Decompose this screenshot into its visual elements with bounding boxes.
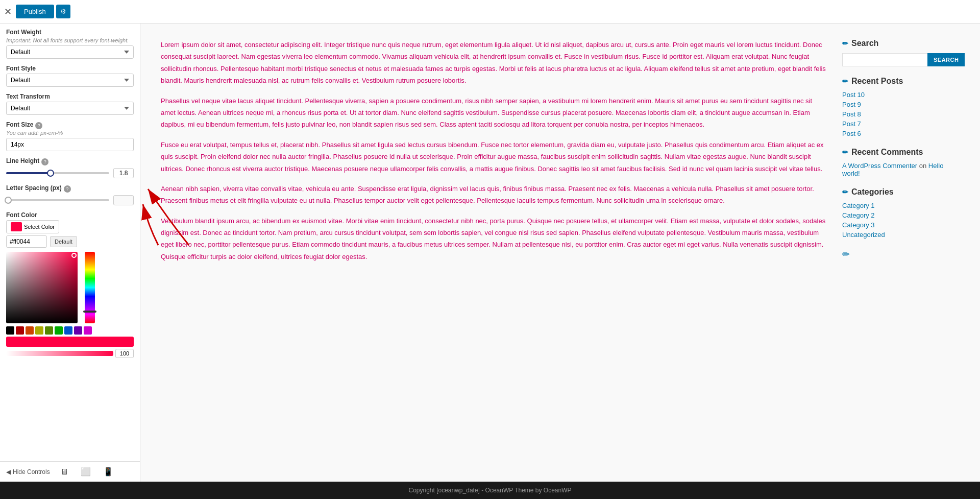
letter-spacing-help-icon[interactable]: ? bbox=[64, 185, 71, 193]
gradient-dot[interactable] bbox=[71, 253, 77, 258]
search-widget: ✏ Search SEARCH bbox=[842, 39, 960, 66]
main-layout: Font Weight Important: Not all fonts sup… bbox=[0, 23, 980, 482]
hide-controls-label: Hide Controls bbox=[13, 468, 50, 476]
recent-comments-icon: ✏ bbox=[842, 148, 848, 156]
font-color-label: Font Color bbox=[6, 211, 134, 219]
letter-spacing-label-row: Letter Spacing (px) ? bbox=[6, 184, 134, 193]
line-height-help-icon[interactable]: ? bbox=[41, 158, 48, 165]
mobile-device-button[interactable]: 📱 bbox=[101, 466, 115, 478]
recent-posts-title: ✏ Recent Posts bbox=[842, 77, 960, 86]
font-size-help-icon[interactable]: ? bbox=[35, 122, 42, 129]
search-widget-icon: ✏ bbox=[842, 39, 848, 47]
recent-comments-title: ✏ Recent Comments bbox=[842, 148, 960, 157]
font-size-label: Font Size bbox=[6, 121, 33, 128]
line-height-label: Line Height bbox=[6, 157, 39, 164]
list-item: Post 6 bbox=[842, 130, 960, 137]
close-button[interactable]: ✕ bbox=[4, 6, 12, 17]
left-panel: Font Weight Important: Not all fonts sup… bbox=[0, 23, 140, 482]
color-gradient[interactable] bbox=[6, 252, 78, 323]
list-item: Post 10 bbox=[842, 91, 960, 99]
font-size-input[interactable] bbox=[6, 138, 134, 151]
line-height-section: Line Height ? bbox=[6, 157, 134, 178]
font-size-sublabel: You can add: px-em-% bbox=[6, 130, 134, 136]
main-content: Lorem ipsum dolor sit amet, consectetur … bbox=[161, 39, 827, 466]
font-weight-select[interactable]: Default100300400700 bbox=[6, 45, 134, 59]
desktop-device-button[interactable]: 🖥 bbox=[58, 466, 70, 478]
preset-color-swatch[interactable] bbox=[74, 326, 82, 335]
font-color-section: Font Color Select Color Default bbox=[6, 211, 134, 358]
recent-comments-widget: ✏ Recent Comments A WordPress Commenter … bbox=[842, 148, 960, 177]
footer: Copyright [oceanwp_date] - OceanWP Theme… bbox=[0, 482, 980, 499]
font-size-label-row: Font Size ? bbox=[6, 121, 134, 130]
categories-widget: ✏ Categories Category 1Category 2Categor… bbox=[842, 187, 960, 239]
letter-spacing-label: Letter Spacing (px) bbox=[6, 184, 62, 192]
top-bar: ✕ Publish ⚙ bbox=[0, 0, 980, 23]
preset-color-swatch[interactable] bbox=[84, 326, 92, 335]
preset-colors bbox=[6, 326, 134, 335]
preset-color-swatch[interactable] bbox=[45, 326, 53, 335]
letter-spacing-thumb[interactable] bbox=[5, 197, 12, 204]
font-weight-label: Font Weight bbox=[6, 29, 134, 36]
preset-color-swatch[interactable] bbox=[55, 326, 63, 335]
paragraph-3: Fusce eu erat volutpat, tempus tellus et… bbox=[161, 139, 827, 175]
commenter-link[interactable]: A WordPress Commenter bbox=[842, 162, 917, 170]
line-height-label-row: Line Height ? bbox=[6, 157, 134, 166]
preset-color-swatch[interactable] bbox=[16, 326, 24, 335]
footer-text: Copyright [oceanwp_date] - OceanWP Theme… bbox=[408, 487, 571, 494]
search-widget-title: ✏ Search bbox=[842, 39, 960, 48]
list-item: Post 8 bbox=[842, 110, 960, 118]
edit-icon-widget: ✏ bbox=[842, 249, 960, 260]
list-item: Category 2 bbox=[842, 211, 960, 219]
spectrum-indicator bbox=[83, 311, 96, 313]
preset-color-swatch[interactable] bbox=[26, 326, 34, 335]
line-height-slider-row bbox=[6, 168, 134, 178]
preset-color-swatch[interactable] bbox=[64, 326, 72, 335]
left-panel-bottom: ◀ Hide Controls 🖥 ⬜ 📱 bbox=[0, 461, 140, 482]
publish-button[interactable]: Publish bbox=[16, 5, 54, 18]
font-weight-sublabel: Important: Not all fonts support every f… bbox=[6, 37, 134, 43]
line-height-track[interactable] bbox=[6, 172, 109, 174]
opacity-value[interactable] bbox=[115, 349, 134, 358]
font-style-select[interactable]: DefaultNormalItalic bbox=[6, 74, 134, 87]
list-item: Uncategorized bbox=[842, 231, 960, 239]
settings-button[interactable]: ⚙ bbox=[56, 5, 70, 18]
text-transform-select[interactable]: DefaultNoneUppercaseLowercase bbox=[6, 102, 134, 115]
search-button[interactable]: SEARCH bbox=[927, 53, 965, 66]
pencil-icon[interactable]: ✏ bbox=[842, 249, 850, 259]
line-height-thumb[interactable] bbox=[47, 170, 54, 177]
hide-controls-button[interactable]: ◀ Hide Controls bbox=[6, 468, 50, 476]
letter-spacing-track[interactable] bbox=[6, 199, 109, 201]
font-style-label: Font Style bbox=[6, 65, 134, 72]
color-hex-input[interactable] bbox=[6, 235, 47, 248]
sidebar: ✏ Search SEARCH ✏ Recent Posts Post 10Po… bbox=[842, 39, 960, 466]
color-swatch bbox=[11, 222, 22, 231]
categories-list: Category 1Category 2Category 3Uncategori… bbox=[842, 202, 960, 239]
recent-posts-widget: ✏ Recent Posts Post 10Post 9Post 8Post 7… bbox=[842, 77, 960, 137]
letter-spacing-value[interactable] bbox=[113, 195, 134, 205]
text-transform-label: Text Transform bbox=[6, 93, 134, 100]
select-color-label: Select Color bbox=[24, 224, 55, 230]
line-height-value[interactable] bbox=[113, 168, 134, 178]
categories-icon: ✏ bbox=[842, 188, 848, 196]
preset-color-swatch[interactable] bbox=[6, 326, 14, 335]
color-picker bbox=[6, 252, 134, 358]
list-item: Post 9 bbox=[842, 101, 960, 108]
font-weight-section: Font Weight Important: Not all fonts sup… bbox=[6, 29, 134, 59]
letter-spacing-slider-row bbox=[6, 195, 134, 205]
preset-color-swatch[interactable] bbox=[35, 326, 43, 335]
color-spectrum[interactable] bbox=[85, 252, 95, 323]
list-item: Category 3 bbox=[842, 221, 960, 229]
search-input[interactable] bbox=[842, 53, 927, 66]
paragraph-2: Phasellus vel neque vitae lacus aliquet … bbox=[161, 95, 827, 131]
letter-spacing-section: Letter Spacing (px) ? bbox=[6, 184, 134, 205]
select-color-button[interactable]: Select Color bbox=[6, 220, 59, 233]
search-row: SEARCH bbox=[842, 53, 960, 66]
opacity-row bbox=[6, 349, 134, 358]
font-color-row: Select Color bbox=[6, 220, 134, 233]
tablet-device-button[interactable]: ⬜ bbox=[79, 466, 93, 478]
chevron-left-icon: ◀ bbox=[6, 468, 11, 476]
content-area: Lorem ipsum dolor sit amet, consectetur … bbox=[140, 23, 980, 482]
default-color-button[interactable]: Default bbox=[50, 236, 77, 247]
recent-posts-icon: ✏ bbox=[842, 77, 848, 85]
opacity-track[interactable] bbox=[6, 351, 113, 356]
